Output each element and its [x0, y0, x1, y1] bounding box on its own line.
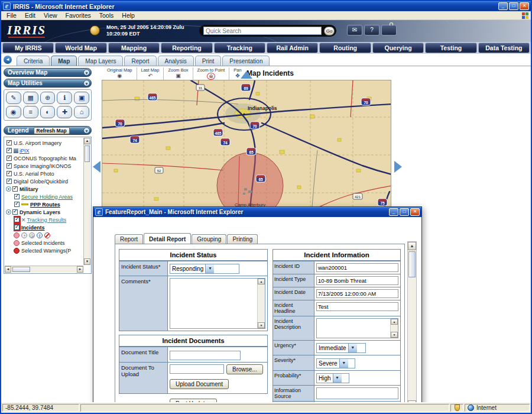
- maximize-button[interactable]: □: [509, 2, 518, 10]
- legend-row[interactable]: iPIX: [6, 147, 82, 154]
- nav-tab-data-testing[interactable]: Data Testing: [478, 43, 530, 53]
- checkbox[interactable]: [7, 140, 12, 145]
- pan-west-arrow[interactable]: [93, 161, 100, 173]
- textarea-scrollbar[interactable]: ▲▼: [257, 279, 265, 328]
- tab-print[interactable]: Print: [195, 56, 222, 66]
- layer-link[interactable]: Secure Holding Areas: [21, 194, 73, 200]
- dropdown-arrow-icon[interactable]: ▼: [333, 374, 342, 383]
- tab-analysis[interactable]: Analysis: [158, 56, 194, 66]
- tab-report[interactable]: Report: [124, 56, 156, 66]
- legend-group-military[interactable]: ▼Military: [6, 185, 82, 193]
- scroll-thumb[interactable]: [408, 251, 416, 277]
- original-map-button[interactable]: Original Map◉: [103, 67, 137, 80]
- no-entry-icon[interactable]: ⊘: [44, 232, 50, 238]
- tab-detail-report[interactable]: Detail Report: [144, 233, 191, 244]
- legend-row[interactable]: U.S. Aerial Photo: [6, 170, 82, 177]
- legend-row-incidents[interactable]: Incidents: [14, 224, 82, 231]
- tab-map-layers[interactable]: Map Layers: [78, 56, 123, 66]
- collapse-overview-icon[interactable]: ▾: [83, 69, 90, 76]
- scroll-down-icon[interactable]: ▼: [84, 258, 90, 265]
- popup-scrollbar[interactable]: ▲▼: [407, 241, 417, 409]
- chart-icon[interactable]: ✚: [57, 106, 72, 118]
- clock-icon[interactable]: ◶: [29, 232, 35, 238]
- dropdown-arrow-icon[interactable]: ▼: [339, 359, 348, 368]
- tab-report[interactable]: Report: [115, 234, 143, 244]
- tab-presentation[interactable]: Presentation: [222, 56, 270, 66]
- checkbox[interactable]: [12, 186, 18, 192]
- layers-icon[interactable]: ▦: [23, 92, 38, 104]
- scroll-up-icon[interactable]: ▲: [258, 279, 265, 284]
- globe-icon[interactable]: ◐: [40, 106, 56, 118]
- pan-north-arrow[interactable]: [241, 71, 252, 79]
- lock-icon[interactable]: [381, 25, 397, 35]
- expand-icon[interactable]: ▼: [6, 186, 11, 192]
- comments-textarea[interactable]: ▲▼: [170, 278, 265, 329]
- pencil-icon[interactable]: ✎: [6, 92, 21, 104]
- layer-link[interactable]: Incidents: [21, 225, 45, 231]
- last-map-button[interactable]: Last Map↶: [137, 67, 164, 80]
- document-title-input[interactable]: [170, 351, 241, 360]
- camera-icon[interactable]: ◉: [6, 106, 21, 118]
- tab-grouping[interactable]: Grouping: [192, 234, 226, 244]
- scroll-up-icon[interactable]: ▲: [408, 242, 416, 250]
- menu-view[interactable]: View: [40, 12, 61, 19]
- refresh-map-button[interactable]: Refresh Map: [34, 127, 70, 134]
- urgency-select[interactable]: Immediate▼: [316, 343, 366, 353]
- legend-row[interactable]: Space Imaging/IKONOS: [6, 162, 82, 170]
- go-button[interactable]: Go: [324, 27, 335, 35]
- tab-map[interactable]: Map: [51, 56, 77, 66]
- checkbox[interactable]: [7, 156, 12, 161]
- menu-edit[interactable]: Edit: [21, 12, 40, 19]
- checkbox-annotated[interactable]: [14, 225, 20, 230]
- legend-row[interactable]: Digital Globe/Quickbird: [6, 177, 82, 185]
- severity-select[interactable]: Severe▼: [316, 358, 355, 368]
- legend-row[interactable]: Secure Holding Areas: [14, 193, 82, 200]
- checkbox[interactable]: [14, 194, 20, 199]
- checkbox[interactable]: [7, 148, 12, 153]
- scroll-thumb[interactable]: [85, 145, 90, 162]
- upload-document-button[interactable]: Upload Document: [170, 379, 229, 389]
- nav-tab-querying[interactable]: Querying: [372, 43, 424, 53]
- checkbox[interactable]: [14, 202, 20, 207]
- dropdown-arrow-icon[interactable]: ▼: [205, 264, 214, 273]
- info-icon[interactable]: i: [37, 232, 43, 238]
- popup-close-button[interactable]: ✕: [410, 208, 420, 216]
- nav-tab-reporting[interactable]: Reporting: [161, 43, 212, 53]
- checkbox[interactable]: [7, 163, 12, 169]
- incident-description-textarea[interactable]: ▲▼: [316, 318, 398, 338]
- tab-printing[interactable]: Printing: [227, 234, 258, 244]
- legend-row-tracking[interactable]: ✕Tracking Results: [14, 216, 82, 224]
- identify-icon[interactable]: ℹ: [57, 92, 72, 104]
- document-upload-input[interactable]: [170, 364, 224, 374]
- layer-link[interactable]: iPIX: [20, 148, 30, 154]
- collapse-legend-icon[interactable]: ▾: [83, 127, 90, 134]
- checkbox-annotated[interactable]: [14, 217, 20, 222]
- scroll-up-icon[interactable]: ▲: [391, 319, 398, 325]
- nav-tab-world-map[interactable]: World Map: [55, 43, 106, 53]
- menu-favorites[interactable]: Favorites: [61, 12, 95, 19]
- measure-icon[interactable]: ⊕: [40, 92, 56, 104]
- legend-vertical-scrollbar[interactable]: ▲▼: [83, 138, 90, 265]
- layer-link[interactable]: Tracking Results: [27, 217, 67, 223]
- checkbox[interactable]: [7, 171, 12, 176]
- scroll-thumb[interactable]: [12, 267, 30, 272]
- scroll-down-icon[interactable]: ▼: [391, 332, 398, 338]
- pan-east-arrow[interactable]: [394, 161, 402, 173]
- legend-row[interactable]: PPP Routes: [14, 200, 82, 208]
- checkbox[interactable]: [7, 179, 12, 184]
- nav-tab-my-irris[interactable]: My IRRIS: [2, 43, 54, 53]
- incident-status-select[interactable]: Responding▼: [170, 264, 239, 274]
- truck-icon[interactable]: ▣: [74, 92, 89, 104]
- menu-tools[interactable]: Tools: [95, 12, 118, 19]
- mail-icon[interactable]: ✉: [347, 25, 362, 35]
- nav-tab-routing[interactable]: Routing: [319, 43, 371, 53]
- browse-button[interactable]: Browse...: [226, 364, 263, 374]
- popup-minimize-button[interactable]: _: [389, 208, 398, 216]
- minimize-button[interactable]: _: [498, 2, 508, 10]
- scroll-left-icon[interactable]: ◄: [5, 266, 11, 273]
- textarea-scrollbar[interactable]: ▲▼: [390, 319, 398, 338]
- expand-icon[interactable]: ▼: [6, 209, 11, 215]
- home-icon[interactable]: ⌂: [74, 106, 89, 118]
- checkbox[interactable]: [12, 209, 18, 215]
- nav-tab-rail-admin[interactable]: Rail Admin: [267, 43, 318, 53]
